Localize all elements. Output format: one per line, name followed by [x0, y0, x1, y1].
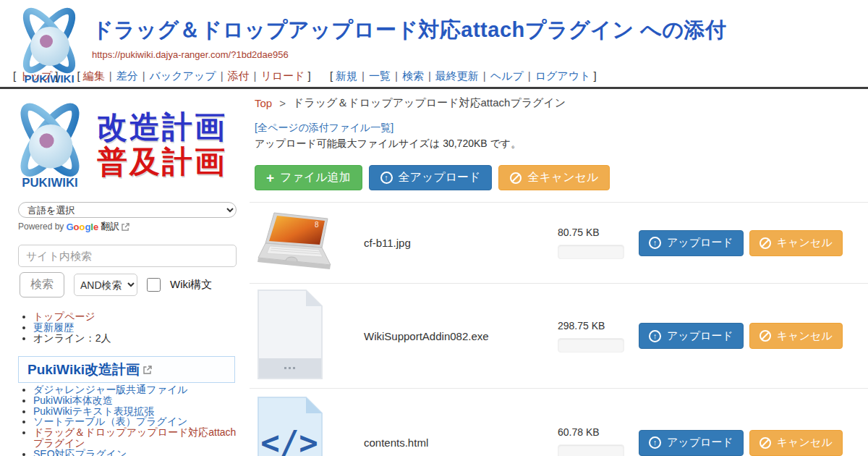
file-name: cf-b11.jpg	[364, 237, 558, 249]
upload-toolbar: + ファイル追加 ↑ 全アップロード 全キャンセル	[255, 165, 610, 190]
nav-list[interactable]: 一覧	[369, 69, 391, 82]
sidebar-banner[interactable]: PUKIWIKI 改造計画 普及計画	[6, 97, 244, 193]
list-item: トップページ	[33, 311, 244, 322]
google-translate-attribution[interactable]: Powered by Google 翻訳	[18, 220, 129, 233]
bracket: ]	[55, 69, 58, 82]
banner-line-fukyu: 普及計画	[97, 145, 227, 180]
bracket: ]	[308, 69, 311, 82]
upload-file-list: 8 cf-b11.jpg 80.75 KB ↑ アップロード キャンセル	[250, 202, 868, 456]
upload-circle-icon: ↑	[649, 237, 661, 249]
upload-button[interactable]: ↑ アップロード	[639, 323, 744, 349]
search-mode-select[interactable]: AND検索	[74, 274, 137, 296]
page-title: ドラッグ＆ドロップアップロード対応attachプラグイン への添付	[92, 16, 859, 45]
nav-search[interactable]: 検索	[402, 69, 424, 82]
file-row: WikiSupportAddin082.exe 298.75 KB ↑ アップロ…	[250, 283, 868, 388]
list-item: SEO対応プラグイン	[33, 449, 244, 456]
nav-separator: |	[528, 69, 531, 82]
svg-text:8: 8	[315, 221, 319, 229]
file-thumbnail-cell: </>	[255, 396, 364, 456]
bracket: ]	[593, 69, 596, 82]
ban-icon	[760, 237, 771, 249]
search-controls: 検索 AND検索 Wiki構文	[20, 272, 212, 297]
nav-attach[interactable]: 添付	[228, 69, 250, 82]
cancel-button[interactable]: キャンセル	[749, 230, 843, 256]
upload-progress-bar	[558, 338, 624, 352]
sidebar-link-dnd-attach[interactable]: ドラッグ＆ドロップアップロード対応attachプラグイン	[33, 426, 236, 449]
file-thumbnail-cell	[255, 289, 364, 383]
list-item: PukiWikiテキスト表現拡張	[33, 406, 244, 417]
file-actions: ↑ アップロード キャンセル	[639, 230, 868, 256]
nav-top[interactable]: トップ	[19, 69, 52, 82]
nav-recent[interactable]: 最終更新	[435, 69, 479, 82]
translate-label: 翻訳	[101, 220, 119, 233]
sidebar-section-pukiwiki-kaizo[interactable]: PukiWiki改造計画	[18, 356, 235, 383]
site-search-input[interactable]	[18, 245, 237, 267]
nav-diff[interactable]: 差分	[116, 69, 138, 82]
svg-text:</>: </>	[260, 424, 318, 456]
nav-separator: |	[395, 69, 398, 82]
cancel-button[interactable]: キャンセル	[749, 323, 843, 349]
ban-icon	[760, 437, 771, 449]
language-select[interactable]: 言語を選択	[18, 202, 237, 218]
sidebar-link-sort-table[interactable]: ソートテーブル（表）プラグイン	[33, 415, 187, 427]
google-logo: Google	[66, 221, 98, 232]
sidebar-link-seo[interactable]: SEO対応プラグイン	[33, 448, 127, 456]
nav-separator: |	[254, 69, 257, 82]
list-item: PukiWiki本体改造	[33, 395, 244, 406]
wiki-syntax-label: Wiki構文	[170, 278, 212, 292]
page-url-link[interactable]: https://pukiwiki.dajya-ranger.com/?1bd2d…	[92, 49, 289, 60]
ban-icon	[510, 172, 522, 184]
nav-logout[interactable]: ログアウト	[535, 69, 591, 82]
upload-circle-icon: ↑	[380, 172, 393, 184]
nav-new[interactable]: 新規	[336, 69, 357, 82]
file-row: 8 cf-b11.jpg 80.75 KB ↑ アップロード キャンセル	[250, 202, 868, 283]
breadcrumb-separator: >	[279, 97, 286, 109]
file-size-cell: 60.78 KB	[558, 426, 639, 456]
nav-edit[interactable]: 編集	[83, 69, 105, 82]
external-link-icon	[143, 366, 152, 374]
breadcrumb-home-link[interactable]: Top	[255, 97, 272, 109]
wiki-syntax-checkbox[interactable]	[147, 278, 161, 292]
upload-progress-bar	[558, 245, 624, 259]
bracket: [	[330, 69, 333, 82]
file-size: 80.75 KB	[558, 227, 639, 238]
nav-separator: |	[142, 69, 145, 82]
cancel-all-button[interactable]: 全キャンセル	[498, 165, 610, 190]
laptop-photo-thumbnail: 8	[255, 211, 339, 272]
upload-circle-icon: ↑	[649, 436, 661, 449]
nav-reload[interactable]: リロード	[260, 69, 305, 82]
file-row: </> contents.html 60.78 KB ↑ アップロード キャンセ…	[250, 388, 868, 456]
upload-progress-bar	[558, 444, 624, 456]
nav-separator: |	[483, 69, 486, 82]
list-item: ソートテーブル（表）プラグイン	[33, 416, 244, 427]
upload-button[interactable]: ↑ アップロード	[639, 230, 744, 256]
powered-by-label: Powered by	[18, 221, 64, 232]
nav-separator: |	[362, 69, 365, 82]
file-actions: ↑ アップロード キャンセル	[639, 323, 868, 349]
sidebar-link-toppage[interactable]: トップページ	[33, 311, 95, 322]
sidebar-link-common-files[interactable]: ダジャレンジャー版共通ファイル	[33, 384, 188, 395]
sidebar-links-bottom: ダジャレンジャー版共通ファイル PukiWiki本体改造 PukiWikiテキス…	[20, 384, 244, 456]
file-size-cell: 298.75 KB	[558, 320, 639, 352]
all-pages-attach-list-link[interactable]: [全ページの添付ファイル一覧]	[255, 122, 393, 135]
sidebar-links-top: トップページ 更新履歴 オンライン：2人	[20, 311, 244, 343]
nav-help[interactable]: ヘルプ	[490, 69, 524, 82]
upload-button[interactable]: ↑ アップロード	[639, 430, 744, 456]
upload-all-button[interactable]: ↑ 全アップロード	[369, 165, 493, 190]
upload-circle-icon: ↑	[649, 330, 661, 342]
nav-backup[interactable]: バックアップ	[150, 69, 216, 82]
html-code-file-icon: </>	[255, 396, 325, 456]
nav-separator: |	[428, 69, 431, 82]
generic-file-icon	[255, 289, 325, 380]
external-link-icon	[122, 223, 129, 231]
search-button[interactable]: 検索	[20, 272, 64, 297]
list-item: 更新履歴	[33, 322, 244, 333]
nav-bar: [トップ] [編集|差分|バックアップ|添付|リロード] [新規|一覧|検索|最…	[10, 69, 610, 83]
add-files-button[interactable]: + ファイル追加	[255, 165, 362, 190]
file-actions: ↑ アップロード キャンセル	[639, 430, 868, 456]
cancel-button[interactable]: キャンセル	[749, 430, 843, 456]
sidebar-link-history[interactable]: 更新履歴	[33, 321, 74, 333]
file-thumbnail-cell: 8	[255, 211, 364, 275]
sidebar-link-core-mod[interactable]: PukiWiki本体改造	[33, 394, 113, 406]
sidebar-link-text-ext[interactable]: PukiWikiテキスト表現拡張	[33, 405, 154, 417]
